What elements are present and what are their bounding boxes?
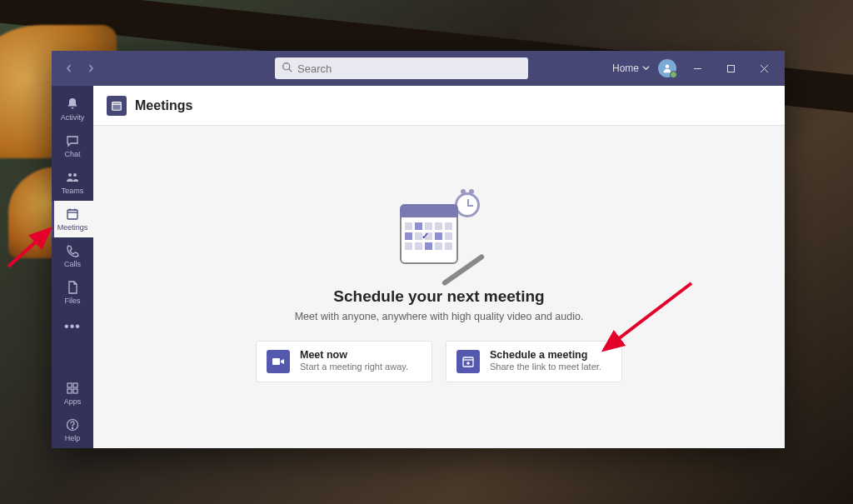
close-button[interactable] [751, 58, 776, 78]
calendar-add-icon [456, 350, 480, 373]
teams-icon [65, 170, 80, 185]
page-title: Meetings [135, 98, 192, 113]
org-label: Home [612, 62, 639, 74]
sidebar-item-calls[interactable]: Calls [52, 237, 93, 274]
svg-rect-13 [67, 389, 72, 393]
org-dropdown[interactable]: Home [612, 62, 650, 74]
person-icon [662, 63, 672, 73]
calendar-icon [65, 207, 80, 222]
minimize-button[interactable] [685, 58, 710, 78]
content-header: Meetings [93, 86, 785, 126]
svg-point-0 [283, 63, 290, 70]
sidebar-item-chat[interactable]: Chat [52, 127, 93, 164]
svg-rect-12 [73, 383, 77, 387]
sidebar: Activity Chat Teams Meetings [52, 86, 93, 448]
sidebar-item-label: Chat [64, 150, 80, 158]
svg-rect-17 [112, 102, 122, 110]
search-input[interactable] [297, 62, 521, 75]
schedule-meeting-button[interactable]: Schedule a meeting Share the link to mee… [446, 341, 622, 382]
calendar-icon [107, 96, 127, 116]
sidebar-more-button[interactable]: ••• [64, 311, 81, 342]
app-window: Home Activi [52, 51, 785, 448]
empty-state-title: Schedule your next meeting [333, 287, 544, 306]
sidebar-item-label: Calls [64, 260, 81, 268]
empty-state-subtitle: Meet with anyone, anywhere with high qua… [295, 311, 584, 322]
svg-point-16 [72, 427, 72, 428]
search-box[interactable] [275, 57, 528, 79]
svg-rect-11 [67, 383, 72, 387]
svg-rect-4 [727, 65, 734, 72]
meet-now-button[interactable]: Meet now Start a meeting right away. [256, 341, 432, 382]
calendar-illustration: ✓ [393, 192, 485, 276]
forward-button[interactable] [82, 59, 100, 77]
bell-icon [65, 97, 80, 112]
help-icon [65, 417, 80, 432]
sidebar-item-activity[interactable]: Activity [52, 91, 93, 127]
sidebar-item-label: Help [65, 434, 81, 442]
back-button[interactable] [60, 59, 78, 77]
svg-line-1 [289, 69, 292, 72]
action-subtitle: Share the link to meet later. [490, 362, 601, 373]
action-subtitle: Start a meeting right away. [300, 362, 408, 373]
sidebar-item-label: Meetings [57, 223, 88, 232]
search-icon [282, 61, 292, 76]
sidebar-item-help[interactable]: Help [52, 412, 93, 448]
chevron-down-icon [642, 62, 650, 74]
avatar[interactable] [658, 59, 676, 77]
content-area: Meetings ✓ Schedule your next meeting [93, 86, 785, 448]
sidebar-item-files[interactable]: Files [52, 274, 93, 311]
apps-icon [65, 381, 80, 396]
chat-icon [65, 133, 80, 148]
svg-point-5 [68, 173, 72, 177]
titlebar: Home [52, 51, 785, 86]
action-title: Schedule a meeting [490, 349, 601, 362]
phone-icon [65, 243, 80, 258]
sidebar-item-teams[interactable]: Teams [52, 164, 93, 201]
empty-state: ✓ Schedule your next meeting Meet with a… [93, 126, 785, 448]
file-icon [65, 280, 80, 295]
sidebar-item-label: Activity [61, 113, 85, 122]
sidebar-item-label: Teams [62, 187, 84, 195]
svg-rect-20 [272, 358, 280, 365]
maximize-button[interactable] [718, 58, 743, 78]
sidebar-item-meetings[interactable]: Meetings [52, 201, 93, 237]
svg-point-6 [73, 173, 77, 177]
svg-rect-7 [67, 210, 77, 219]
video-icon [267, 350, 290, 373]
sidebar-item-apps[interactable]: Apps [52, 375, 93, 412]
sidebar-item-label: Files [64, 297, 80, 305]
svg-rect-14 [73, 389, 77, 393]
svg-point-2 [666, 65, 670, 69]
action-title: Meet now [300, 349, 408, 362]
sidebar-item-label: Apps [64, 397, 82, 406]
